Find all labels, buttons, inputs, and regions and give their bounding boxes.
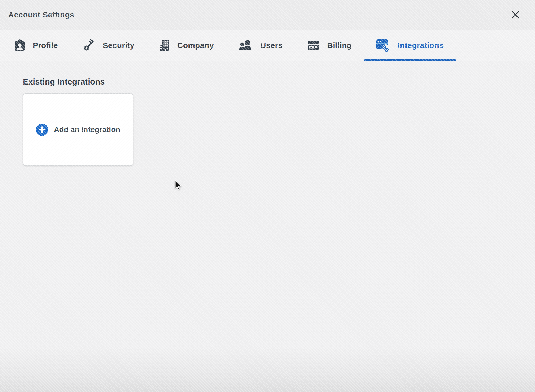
section-heading: Existing Integrations xyxy=(23,77,535,87)
modal-header: Account Settings xyxy=(0,0,535,30)
tab-company[interactable]: Company xyxy=(147,30,226,61)
plus-circle-icon xyxy=(36,124,48,136)
mouse-cursor-icon xyxy=(175,180,182,192)
id-badge-icon xyxy=(14,39,26,52)
key-icon xyxy=(82,39,96,52)
tab-security[interactable]: Security xyxy=(70,30,147,61)
settings-tab-bar: Profile Security xyxy=(0,30,535,61)
users-icon xyxy=(238,39,253,52)
tab-integrations[interactable]: Integrations xyxy=(364,30,456,61)
account-settings-modal: Account Settings Profile xyxy=(0,0,535,392)
tab-label: Profile xyxy=(33,41,58,50)
tab-users[interactable]: Users xyxy=(226,30,295,61)
credit-card-icon xyxy=(307,39,320,52)
building-icon xyxy=(159,39,170,52)
add-integration-card[interactable]: Add an integration xyxy=(23,93,133,166)
add-integration-label: Add an integration xyxy=(54,125,120,134)
tab-label: Users xyxy=(260,41,283,50)
tab-label: Integrations xyxy=(398,41,444,50)
tab-label: Company xyxy=(177,41,214,50)
tab-billing[interactable]: Billing xyxy=(295,30,364,61)
window-link-icon xyxy=(376,38,391,53)
tab-profile[interactable]: Profile xyxy=(2,30,70,61)
modal-title: Account Settings xyxy=(8,10,74,19)
close-x-icon xyxy=(510,17,521,21)
bottom-fade xyxy=(0,347,535,392)
integrations-panel: Existing Integrations Add an integration xyxy=(0,77,535,166)
tab-label: Billing xyxy=(327,41,352,50)
tab-label: Security xyxy=(103,41,135,50)
close-button[interactable] xyxy=(509,8,522,22)
